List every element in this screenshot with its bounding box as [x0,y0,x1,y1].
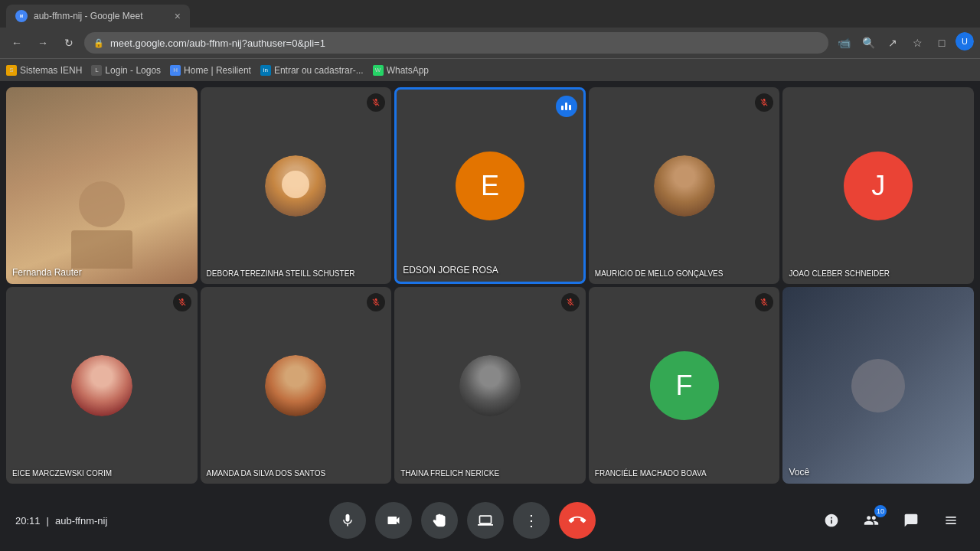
bookmark-favicon-resilient: H [170,65,181,76]
meet-container: Fernanda Rauter DEBORA TEREZINHA STEILL … [0,81,980,551]
tile-joao: J JOAO CLEBER SCHNEIDER [782,87,974,284]
present-button[interactable] [467,502,504,539]
meet-info: 20:11 | aub-ffnm-nij [15,515,107,527]
bookmark-resilient[interactable]: H Home | Resilient [170,65,251,76]
tab-bar: M aub-ffnm-nij - Google Meet × [0,0,980,28]
tile-edson: E EDSON JORGE ROSA [394,87,586,284]
svg-text:M: M [20,14,23,18]
bookmark-favicon-logos: L [91,65,102,76]
speaking-icon-edson [556,96,577,117]
bookmark-favicon-sistemas: S [6,65,17,76]
more-dots: ⋮ [524,513,539,528]
meeting-code: aub-ffnm-nij [55,515,107,527]
more-options-button[interactable]: ⋮ [513,502,550,539]
mute-icon-amanda [367,293,385,311]
url-text: meet.google.com/aub-ffnm-nij?authuser=0&… [110,37,819,49]
lock-icon: 🔒 [93,38,104,48]
extension-icon[interactable]: □ [931,32,952,54]
reload-button[interactable]: ↻ [58,32,80,54]
avatar-edson: E [456,152,524,220]
bookmark-label-resilient: Home | Resilient [184,65,251,76]
tile-name-thaina: THAINA FRELICH NERICKE [400,469,499,478]
mute-icon-franciele [755,293,773,311]
raise-hand-button[interactable] [421,502,458,539]
avatar-mauricio [654,155,715,217]
tab-close-btn[interactable]: × [175,10,181,22]
mic-button[interactable] [329,502,366,539]
tile-name-joao: JOAO CLEBER SCHNEIDER [789,269,890,278]
bookmark-label-whatsapp: WhatsApp [387,65,429,76]
bookmark-icon[interactable]: ☆ [906,32,928,54]
address-bar[interactable]: 🔒 meet.google.com/aub-ffnm-nij?authuser=… [84,32,828,54]
tile-eice: EICE MARCZEWSKI CORIM [6,287,198,484]
meeting-info-button[interactable] [818,507,845,534]
tile-name-fernanda: Fernanda Rauter [12,267,82,278]
meeting-time: 20:11 [15,515,41,527]
tile-name-voce: Você [789,467,809,478]
end-call-button[interactable] [559,502,596,539]
separator: | [47,515,49,527]
bookmarks-bar: S Sistemas IENH L Login - Logos H Home |… [0,58,980,81]
nav-bar: ← → ↻ 🔒 meet.google.com/aub-ffnm-nij?aut… [0,28,980,58]
bookmark-favicon-linkedin: in [260,65,271,76]
meet-right-controls: 10 [818,507,965,534]
video-grid: Fernanda Rauter DEBORA TEREZINHA STEILL … [6,87,974,484]
tab-title: aub-ffnm-nij - Google Meet [34,11,168,21]
nav-icons: 📹 🔍 ↗ ☆ □ U [833,32,974,54]
tile-name-eice: EICE MARCZEWSKI CORIM [12,469,112,478]
bookmark-whatsapp[interactable]: W WhatsApp [373,65,429,76]
bookmark-sistemas[interactable]: S Sistemas IENH [6,65,82,76]
tile-voce: Você [782,287,974,484]
avatar-thaina [459,355,521,416]
meet-bottom-bar: 20:11 | aub-ffnm-nij ⋮ [0,490,980,551]
tile-mauricio: MAURICIO DE MELLO GONÇALVES [589,87,780,284]
avatar-amanda [265,355,326,416]
bookmark-favicon-whatsapp: W [373,65,384,76]
avatar-eice [71,355,132,416]
avatar-debora [265,155,326,217]
zoom-icon[interactable]: 🔍 [858,32,879,54]
people-count-badge: 10 [874,505,887,517]
bookmark-label-linkedin: Entrar ou cadastrar-... [274,65,364,76]
tile-amanda: AMANDA DA SILVA DOS SANTOS [201,287,392,484]
mute-icon-eice [173,293,191,311]
tile-thaina: THAINA FRELICH NERICKE [394,287,586,484]
tile-franciele: F FRANCIÉLE MACHADO BOAVA [589,287,780,484]
meet-main: Fernanda Rauter DEBORA TEREZINHA STEILL … [0,81,980,490]
tile-name-franciele: FRANCIÉLE MACHADO BOAVA [595,469,707,478]
meet-controls: ⋮ [329,502,596,539]
share-icon[interactable]: ↗ [882,32,903,54]
bookmark-label-sistemas: Sistemas IENH [20,65,82,76]
activities-button[interactable] [937,507,965,534]
bookmark-label-logos: Login - Logos [105,65,161,76]
browser-chrome: M aub-ffnm-nij - Google Meet × ← → ↻ 🔒 m… [0,0,980,81]
profile-button[interactable]: U [956,32,974,51]
bookmark-logos[interactable]: L Login - Logos [91,65,161,76]
camera-button[interactable] [375,502,412,539]
tile-name-mauricio: MAURICIO DE MELLO GONÇALVES [595,269,724,278]
profile-avatar: U [956,32,974,51]
forward-button[interactable]: → [32,32,54,54]
people-button[interactable]: 10 [858,507,885,534]
mute-icon-debora [367,93,385,112]
tile-fernanda: Fernanda Rauter [6,87,198,284]
tile-debora: DEBORA TEREZINHA STEILL SCHUSTER [201,87,392,284]
screen-record-icon[interactable]: 📹 [833,32,854,54]
tab-favicon: M [15,10,28,22]
tile-name-edson: EDSON JORGE ROSA [403,265,498,276]
tile-name-debora: DEBORA TEREZINHA STEILL SCHUSTER [207,269,355,278]
mute-icon-mauricio [755,93,773,112]
avatar-franciele: F [650,351,719,420]
bookmark-linkedin[interactable]: in Entrar ou cadastrar-... [260,65,364,76]
back-button[interactable]: ← [6,32,28,54]
tile-name-amanda: AMANDA DA SILVA DOS SANTOS [207,469,326,478]
avatar-joao: J [844,152,913,220]
active-tab[interactable]: M aub-ffnm-nij - Google Meet × [6,5,190,28]
chat-button[interactable] [897,507,925,534]
mute-icon-thaina [561,293,580,311]
